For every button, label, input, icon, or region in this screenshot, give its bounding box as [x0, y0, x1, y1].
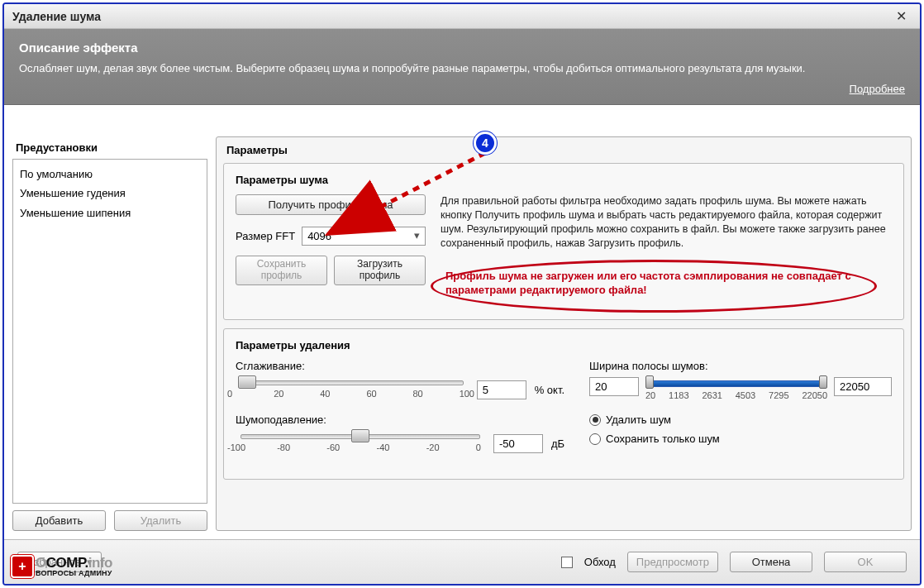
close-icon[interactable]: ✕ — [891, 7, 912, 26]
reduction-slider[interactable] — [236, 431, 485, 456]
parameters-panel: Параметры Параметры шума Получить профил… — [216, 136, 912, 531]
preset-item[interactable]: Уменьшение шипения — [20, 203, 200, 222]
get-noise-profile-button[interactable]: Получить профиль шума — [236, 194, 426, 215]
noise-width-label: Ширина полосы шумов: — [589, 360, 892, 372]
load-profile-button[interactable]: Загрузить профиль — [334, 256, 426, 285]
description-title: Описание эффекта — [19, 41, 905, 55]
reduction-input[interactable] — [493, 434, 543, 453]
noise-profile-warning: Профиль шума не загружен или его частота… — [445, 270, 859, 298]
noise-width-low-input[interactable] — [589, 377, 639, 396]
save-profile-button[interactable]: Сохранить профиль — [236, 256, 327, 285]
presets-title: Предустановки — [12, 136, 207, 159]
preset-item[interactable]: Уменьшение гудения — [20, 184, 200, 203]
remove-noise-radio[interactable]: Удалить шум — [589, 414, 892, 426]
watermark-icon: + — [12, 557, 32, 576]
remove-preset-button[interactable]: Удалить — [114, 510, 207, 531]
annotation-badge: 4 — [474, 131, 497, 155]
preview-button[interactable]: Предпросмотр — [627, 552, 718, 572]
smoothing-slider[interactable] — [236, 377, 469, 402]
description-panel: Описание эффекта Ослабляет шум, делая зв… — [4, 29, 920, 105]
ok-button[interactable]: OK — [824, 552, 907, 572]
fft-size-label: Размер FFT — [236, 230, 295, 242]
fft-size-select[interactable]: 4096 — [302, 227, 426, 246]
reduction-label: Шумоподавление: — [236, 414, 564, 426]
smoothing-input[interactable] — [477, 380, 526, 399]
keep-noise-radio[interactable]: Сохранить только шум — [589, 433, 892, 445]
fft-size-value: 4096 — [307, 230, 331, 242]
learn-more-link[interactable]: Подробнее — [850, 83, 905, 95]
noise-params-group: Параметры шума Получить профиль шума Раз… — [223, 163, 904, 320]
add-preset-button[interactable]: Добавить — [12, 510, 106, 531]
removal-params-group: Параметры удаления Сглаживание: — [223, 328, 904, 480]
reduction-unit: дБ — [551, 437, 564, 450]
smoothing-label: Сглаживание: — [236, 360, 564, 372]
parameters-title: Параметры — [226, 144, 901, 156]
presets-panel: Предустановки По умолчанию Уменьшение гу… — [12, 136, 207, 531]
watermark: + OCOMP.info ВОПРОСЫ АДМИНУ — [12, 556, 112, 577]
noise-width-high-input[interactable] — [834, 377, 892, 396]
noise-params-title: Параметры шума — [236, 174, 892, 186]
bypass-checkbox[interactable] — [561, 557, 573, 568]
preset-item[interactable]: По умолчанию — [20, 165, 200, 184]
noise-width-slider[interactable]: 20 1183 2631 4503 7295 22050 — [645, 377, 827, 402]
bypass-label: Обход — [584, 556, 616, 568]
titlebar: Удаление шума ✕ — [4, 4, 920, 29]
presets-list[interactable]: По умолчанию Уменьшение гудения Уменьшен… — [12, 159, 207, 504]
radio-icon — [589, 433, 601, 445]
smoothing-unit: % окт. — [535, 384, 564, 396]
window-title: Удаление шума — [12, 10, 101, 23]
dialog-footer: Избранное ▾ Обход Предпросмотр Отмена OK — [4, 539, 920, 584]
removal-params-title: Параметры удаления — [236, 339, 892, 351]
description-text: Ослабляет шум, делая звук более чистым. … — [19, 61, 905, 76]
radio-icon — [589, 414, 601, 426]
cancel-button[interactable]: Отмена — [730, 552, 812, 572]
